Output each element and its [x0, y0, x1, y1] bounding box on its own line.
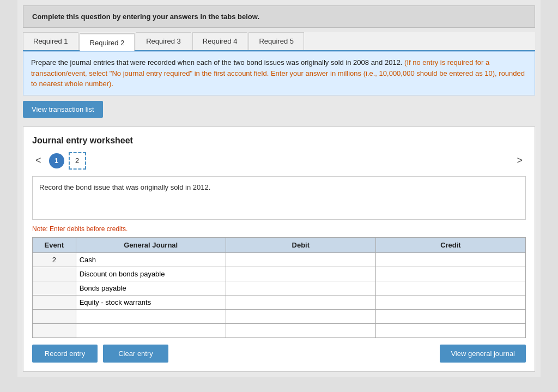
nav-right-arrow[interactable]: > [513, 154, 526, 167]
journal-input[interactable] [80, 298, 222, 306]
credit-cell[interactable] [375, 267, 525, 281]
journal-cell[interactable] [76, 267, 226, 281]
journal-input[interactable] [80, 256, 222, 264]
col-header-event: Event [33, 237, 76, 252]
event-cell [33, 295, 76, 309]
journal-input[interactable] [80, 327, 222, 335]
credit-input[interactable] [379, 256, 522, 264]
tab-required2[interactable]: Required 2 [80, 33, 135, 51]
record-entry-button[interactable]: Record entry [32, 345, 98, 363]
nav-row: < 1 2 > [32, 152, 526, 170]
table-row [33, 281, 526, 295]
credit-cell[interactable] [375, 309, 525, 323]
table-row [33, 309, 526, 323]
instruction-bar: Complete this question by entering your … [23, 5, 535, 28]
debit-cell[interactable] [226, 323, 375, 337]
credit-input[interactable] [379, 270, 522, 278]
tab-required4[interactable]: Required 4 [192, 32, 248, 50]
debit-input[interactable] [229, 312, 372, 321]
tab-required3[interactable]: Required 3 [136, 32, 191, 50]
debit-input[interactable] [229, 256, 372, 264]
debit-cell[interactable] [226, 295, 375, 309]
instruction-text: Complete this question by entering your … [32, 13, 259, 21]
description-box: Prepare the journal entries that were re… [23, 51, 535, 95]
tab-required1[interactable]: Required 1 [23, 32, 78, 50]
event-cell: 2 [33, 252, 76, 267]
table-row: 2 [33, 252, 526, 267]
event-cell [33, 267, 76, 281]
nav-box-2[interactable]: 2 [69, 152, 86, 170]
col-header-journal: General Journal [76, 237, 226, 252]
journal-table: Event General Journal Debit Credit 2 [32, 237, 526, 338]
view-transaction-button[interactable]: View transaction list [23, 101, 103, 118]
journal-cell[interactable] [76, 281, 226, 295]
worksheet-card: Journal entry worksheet < 1 2 > Record t… [23, 126, 535, 372]
credit-input[interactable] [379, 312, 522, 321]
debit-cell[interactable] [226, 309, 375, 323]
note-text: Note: Enter debits before credits. [32, 225, 526, 233]
debit-cell[interactable] [226, 267, 375, 281]
credit-input[interactable] [379, 284, 522, 292]
table-row [33, 295, 526, 309]
journal-cell[interactable] [76, 323, 226, 337]
journal-input[interactable] [80, 270, 222, 278]
credit-input[interactable] [379, 327, 522, 335]
worksheet-title: Journal entry worksheet [32, 136, 526, 146]
tab-required5[interactable]: Required 5 [248, 32, 304, 50]
credit-cell[interactable] [375, 281, 525, 295]
journal-input[interactable] [80, 284, 222, 292]
nav-circle-1[interactable]: 1 [49, 153, 64, 168]
table-row [33, 267, 526, 281]
description-main: Prepare the journal entries that were re… [31, 58, 402, 67]
event-cell [33, 309, 76, 323]
credit-cell[interactable] [375, 295, 525, 309]
event-cell [33, 323, 76, 337]
journal-cell[interactable] [76, 309, 226, 323]
view-general-journal-button[interactable]: View general journal [440, 345, 526, 363]
debit-cell[interactable] [226, 252, 375, 267]
debit-input[interactable] [229, 284, 372, 292]
clear-entry-button[interactable]: Clear entry [103, 345, 168, 363]
nav-left-arrow[interactable]: < [32, 154, 45, 167]
event-cell [33, 281, 76, 295]
debit-cell[interactable] [226, 281, 375, 295]
col-header-credit: Credit [375, 237, 525, 252]
journal-cell[interactable] [76, 252, 226, 267]
record-description: Record the bond issue that was originall… [32, 176, 526, 220]
debit-input[interactable] [229, 270, 372, 278]
debit-input[interactable] [229, 298, 372, 306]
credit-cell[interactable] [375, 252, 525, 267]
debit-input[interactable] [229, 327, 372, 335]
col-header-debit: Debit [226, 237, 375, 252]
tabs-row: Required 1 Required 2 Required 3 Require… [23, 32, 535, 51]
credit-input[interactable] [379, 298, 522, 306]
journal-input[interactable] [80, 312, 222, 321]
journal-cell[interactable] [76, 295, 226, 309]
table-row [33, 323, 526, 337]
bottom-buttons: Record entry Clear entry View general jo… [32, 345, 526, 363]
credit-cell[interactable] [375, 323, 525, 337]
